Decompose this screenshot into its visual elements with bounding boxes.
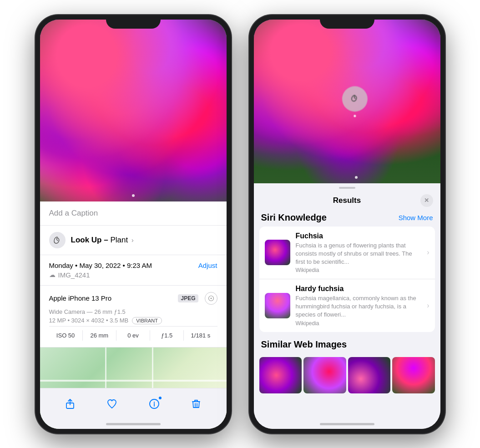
fuchsia-chevron-icon: ›: [427, 248, 429, 257]
cloud-icon: ☁: [49, 271, 56, 278]
close-button[interactable]: ✕: [420, 194, 433, 207]
phone-1: Add a Caption Look Up – Plant › Monday •…: [35, 15, 231, 433]
info-section: Monday • May 30, 2022 • 9:23 AM Adjust ☁…: [40, 255, 227, 286]
hardy-desc: Fuchsia magellanica, commonly known as t…: [296, 294, 424, 319]
trash-icon: [191, 398, 202, 409]
exif-iso: ISO 50: [49, 330, 83, 341]
info-icon: [149, 398, 160, 409]
flower-overlay: [40, 20, 227, 201]
home-indicator: [106, 423, 161, 425]
photo-image: [40, 20, 227, 201]
jpeg-badge: JPEG: [178, 294, 198, 302]
share-icon: [65, 398, 76, 409]
lookup-chevron-icon: ›: [130, 237, 134, 244]
hardy-thumb-image: [265, 293, 290, 318]
photo2-container[interactable]: [254, 20, 440, 183]
mp-text: 12 MP • 3024 × 4032 • 3.5 MB: [49, 317, 129, 324]
exif-mm: 26 mm: [83, 330, 116, 341]
hardy-chevron-icon: ›: [427, 302, 429, 310]
results-title: Results: [274, 196, 420, 205]
date-row: Monday • May 30, 2022 • 9:23 AM Adjust: [49, 262, 217, 269]
fuchsia-name: Fuchsia: [296, 232, 424, 240]
hardy-text: Hardy fuchsia Fuchsia magellanica, commo…: [296, 285, 424, 327]
favorite-button[interactable]: [102, 394, 122, 414]
siri-section-header: Siri Knowledge Show More: [259, 212, 435, 227]
fuchsia-thumbnail: [265, 240, 290, 265]
visual-lookup-button[interactable]: [342, 86, 367, 111]
siri-knowledge-section: Siri Knowledge Show More Fuchsia Fuchsia…: [259, 212, 435, 332]
lookup-text: Look Up – Plant ›: [71, 236, 134, 245]
caption-placeholder[interactable]: Add a Caption: [49, 209, 98, 217]
photo-container[interactable]: [40, 20, 227, 201]
location-icon[interactable]: [205, 292, 217, 305]
knowledge-item-hardy[interactable]: Hardy fuchsia Fuchsia magellanica, commo…: [259, 279, 435, 332]
caption-area[interactable]: Add a Caption: [40, 201, 227, 226]
lookup-indicator-dot: [354, 115, 356, 117]
siri-heading: Siri Knowledge: [261, 212, 327, 223]
fuchsia-thumb-image: [265, 240, 290, 265]
hardy-name: Hardy fuchsia: [296, 285, 424, 293]
results-header: Results ✕: [254, 192, 440, 212]
results-content: Siri Knowledge Show More Fuchsia Fuchsia…: [254, 212, 440, 429]
filename-text: IMG_4241: [58, 271, 90, 279]
map-road-h1: [40, 380, 227, 382]
fuchsia-source: Wikipedia: [296, 267, 424, 273]
info-button[interactable]: [144, 394, 164, 414]
svg-point-1: [210, 297, 212, 299]
exif-ev: 0 ev: [116, 330, 150, 341]
web-image-1[interactable]: [259, 357, 302, 393]
close-icon: ✕: [424, 197, 429, 204]
camera-header: Apple iPhone 13 Pro JPEG: [49, 292, 217, 305]
share-button[interactable]: [60, 394, 80, 414]
exif-shutter: 1/181 s: [184, 330, 217, 341]
phone-2-screen: Results ✕ Siri Knowledge Show More: [254, 20, 440, 429]
lookup-row[interactable]: Look Up – Plant ›: [40, 226, 227, 255]
knowledge-item-fuchsia[interactable]: Fuchsia Fuchsia is a genus of flowering …: [259, 227, 435, 280]
web-image-3[interactable]: [348, 357, 391, 393]
hardy-thumbnail: [265, 293, 290, 318]
fuchsia-desc: Fuchsia is a genus of flowering plants t…: [296, 242, 424, 267]
exif-row: ISO 50 26 mm 0 ev ƒ1.5 1/181 s: [49, 326, 217, 341]
delete-button[interactable]: [186, 394, 206, 414]
camera-name: Apple iPhone 13 Pro: [49, 294, 112, 302]
leaf-icon: [53, 236, 62, 245]
camera-section: Apple iPhone 13 Pro JPEG Wide Camera — 2…: [40, 286, 227, 347]
web-image-2[interactable]: [303, 357, 346, 393]
photo2-indicator-dot: [355, 176, 358, 179]
adjust-button[interactable]: Adjust: [198, 262, 217, 269]
web-images-row: [259, 357, 435, 393]
fuchsia-text: Fuchsia Fuchsia is a genus of flowering …: [296, 232, 424, 274]
phone-1-screen: Add a Caption Look Up – Plant › Monday •…: [40, 20, 227, 429]
results-handle[interactable]: [339, 187, 355, 189]
results-panel: Results ✕ Siri Knowledge Show More: [254, 183, 440, 429]
photo-indicator-dot: [132, 194, 135, 197]
exif-aperture: ƒ1.5: [150, 330, 184, 341]
hardy-source: Wikipedia: [296, 320, 424, 327]
compass-icon: [208, 295, 214, 302]
file-row: ☁ IMG_4241: [49, 271, 217, 279]
heart-icon: [106, 398, 117, 409]
show-more-button[interactable]: Show More: [399, 214, 433, 221]
date-text: Monday • May 30, 2022 • 9:23 AM: [49, 262, 152, 269]
info-badge: [158, 396, 162, 400]
phone2-home-indicator: [320, 423, 374, 425]
visual-lookup-icon: [348, 92, 361, 105]
web-section-header: Similar Web Images: [259, 339, 435, 353]
phone-2: Results ✕ Siri Knowledge Show More: [249, 15, 445, 433]
web-heading: Similar Web Images: [261, 339, 347, 350]
web-image-4[interactable]: [392, 357, 435, 393]
lookup-icon: [49, 232, 66, 248]
vibrant-badge: VIBRANT: [132, 317, 162, 324]
mp-row: 12 MP • 3024 × 4032 • 3.5 MB VIBRANT: [49, 317, 217, 324]
camera-badges: JPEG: [178, 292, 217, 305]
lens-detail: Wide Camera — 26 mm ƒ1.5: [49, 308, 217, 315]
similar-web-section: Similar Web Images: [259, 339, 435, 393]
knowledge-card: Fuchsia Fuchsia is a genus of flowering …: [259, 227, 435, 332]
